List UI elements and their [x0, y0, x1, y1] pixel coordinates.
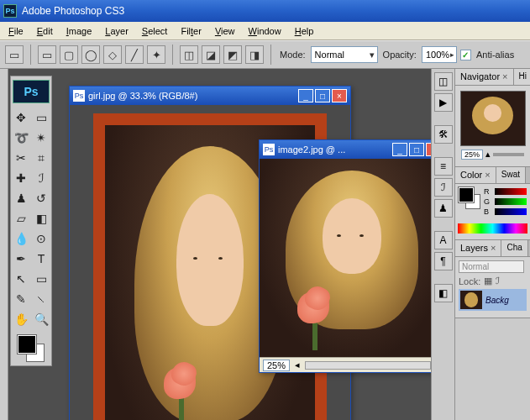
dodge-tool[interactable]: ⊙ [32, 229, 50, 248]
antialias-checkbox[interactable]: ✓ [460, 50, 471, 60]
dock-tool-icon[interactable]: 🛠 [434, 125, 453, 144]
minimize-button[interactable]: _ [298, 89, 313, 102]
shape-tool[interactable]: ▭ [32, 270, 50, 288]
crop-tool[interactable]: ✂ [12, 149, 30, 167]
stamp-tool[interactable]: ♟ [12, 189, 30, 207]
color-spectrum[interactable] [458, 223, 527, 234]
wand-tool[interactable]: ✴ [32, 129, 50, 147]
color-swatch-pair[interactable] [459, 187, 480, 209]
path-select-tool[interactable]: ↖ [12, 270, 30, 288]
dock-comp-icon[interactable]: ◧ [434, 284, 453, 302]
document-titlebar[interactable]: Ps girl.jpg @ 33.3% (RGB/8#) _ □ × [70, 87, 350, 105]
tab-color[interactable]: Color× [455, 167, 496, 183]
shape-rect-icon[interactable]: ▭ [38, 45, 56, 64]
path-op3-icon[interactable]: ◩ [223, 45, 242, 64]
move-tool[interactable]: ✥ [12, 108, 30, 127]
scrollbar[interactable] [305, 361, 431, 370]
channel-b-label: B [484, 207, 492, 216]
color-swatches[interactable] [13, 333, 50, 364]
tab-layers[interactable]: Layers× [455, 240, 501, 256]
menu-filter[interactable]: Filter [174, 24, 207, 39]
tab-close-icon[interactable]: × [485, 170, 490, 180]
navigator-zoom[interactable]: 25% [461, 150, 483, 160]
document-canvas[interactable] [260, 159, 444, 357]
path-op2-icon[interactable]: ◪ [202, 45, 220, 64]
path-op1-icon[interactable]: ◫ [180, 45, 198, 64]
ps-badge-icon: Ps [13, 80, 50, 103]
tool-preset-icon[interactable]: ▭ [5, 45, 24, 64]
zoom-out-icon[interactable]: ▴ [485, 149, 491, 160]
dock-brush-icon[interactable]: ℐ [434, 178, 453, 197]
tab-channels[interactable]: Cha [501, 240, 527, 256]
fg-color[interactable] [459, 187, 474, 202]
eraser-tool[interactable]: ▱ [12, 209, 30, 228]
foreground-swatch[interactable] [18, 335, 36, 354]
shape-roundrect-icon[interactable]: ▢ [60, 45, 78, 64]
dock-layers-icon[interactable]: ≡ [434, 157, 453, 176]
layer-row[interactable]: 👁 Backg [459, 289, 527, 311]
slider-r[interactable] [495, 188, 527, 195]
maximize-button[interactable]: □ [315, 89, 330, 102]
heal-tool[interactable]: ✚ [12, 169, 30, 187]
zoom-tool[interactable]: 🔍 [32, 310, 50, 328]
pen-tool[interactable]: ✒ [12, 249, 30, 268]
color-panel: Color× Swat R G B [455, 167, 530, 240]
document-icon: Ps [73, 90, 85, 102]
dock-para-icon[interactable]: ¶ [434, 252, 453, 270]
blend-mode-select[interactable]: Normal [459, 260, 524, 273]
hand-tool[interactable]: ✋ [12, 310, 30, 328]
shape-line-icon[interactable]: ╱ [125, 45, 144, 64]
dock-play-icon[interactable]: ▶ [434, 93, 453, 112]
layer-name[interactable]: Backg [485, 296, 509, 305]
tab-swatches[interactable]: Swat [496, 167, 526, 183]
menu-edit[interactable]: Edit [30, 24, 60, 39]
layer-thumbnail[interactable] [460, 291, 482, 309]
zoom-slider[interactable] [493, 153, 524, 156]
slice-tool[interactable]: ⌗ [32, 149, 50, 167]
lock-pixels-icon[interactable]: ℐ [496, 276, 500, 286]
zoom-value[interactable]: 25% [263, 360, 290, 371]
shape-custom-icon[interactable]: ✦ [147, 45, 165, 64]
mode-select[interactable]: Normal [311, 46, 378, 63]
slider-b[interactable] [495, 208, 527, 215]
tab-histogram[interactable]: Hi [514, 69, 530, 85]
maximize-button[interactable]: □ [409, 143, 424, 156]
menu-layer[interactable]: Layer [98, 24, 135, 39]
layers-panel: Layers× Cha Normal Lock: ▦ ℐ 👁 Backg [455, 240, 530, 318]
path-op4-icon[interactable]: ◨ [245, 45, 264, 64]
channel-g-label: G [484, 197, 492, 206]
menu-help[interactable]: Help [288, 24, 321, 39]
lock-transparency-icon[interactable]: ▦ [484, 276, 492, 286]
brush-tool[interactable]: ℐ [32, 169, 50, 187]
lasso-tool[interactable]: ➰ [12, 129, 30, 147]
gradient-tool[interactable]: ◧ [32, 209, 50, 228]
marquee-tool[interactable]: ▭ [32, 108, 50, 127]
menu-select[interactable]: Select [135, 24, 175, 39]
tab-navigator[interactable]: Navigator× [455, 69, 514, 85]
document-titlebar[interactable]: Ps image2.jpg @ ... _ □ × [260, 140, 444, 159]
shape-polygon-icon[interactable]: ◇ [103, 45, 122, 64]
opacity-input[interactable]: 100% [422, 46, 457, 63]
menu-window[interactable]: Window [242, 24, 288, 39]
slider-g[interactable] [495, 198, 527, 205]
blur-tool[interactable]: 💧 [12, 229, 30, 248]
tab-close-icon[interactable]: × [491, 243, 496, 253]
menu-view[interactable]: View [208, 24, 242, 39]
history-brush-tool[interactable]: ↺ [32, 189, 50, 207]
notes-tool[interactable]: ✎ [12, 290, 30, 308]
dock-char-icon[interactable]: A [434, 231, 453, 249]
scroll-left-icon[interactable]: ◂ [295, 360, 300, 370]
menubar: File Edit Image Layer Select Filter View… [0, 22, 530, 40]
dock-clone-icon[interactable]: ♟ [434, 199, 453, 218]
eyedropper-tool[interactable]: ⟍ [32, 290, 50, 308]
document-window-image2[interactable]: Ps image2.jpg @ ... _ □ × 25% ◂ ▸ [259, 139, 445, 373]
shape-ellipse-icon[interactable]: ◯ [81, 45, 100, 64]
navigator-thumbnail[interactable] [460, 91, 526, 146]
type-tool[interactable]: T [32, 249, 50, 268]
tab-close-icon[interactable]: × [502, 71, 507, 81]
menu-image[interactable]: Image [60, 24, 99, 39]
dock-nav-icon[interactable]: ◫ [434, 72, 453, 91]
menu-file[interactable]: File [2, 24, 30, 39]
close-button[interactable]: × [332, 89, 347, 102]
minimize-button[interactable]: _ [392, 143, 407, 156]
